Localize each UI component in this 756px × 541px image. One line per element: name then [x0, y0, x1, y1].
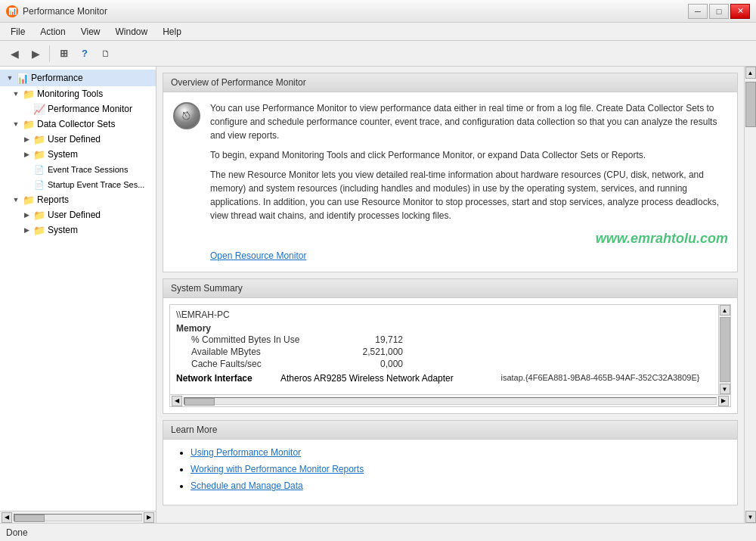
expand-rsys-icon: ▶	[21, 225, 32, 235]
data-collector-sets-label: Data Collector Sets	[37, 119, 115, 129]
ss-row-1: Available MBytes 2,521,000	[176, 346, 715, 358]
reports-icon: 📁	[23, 194, 35, 206]
sidebar-hscroll-track[interactable]	[14, 514, 142, 521]
expand-monitoring-icon: ▼	[11, 89, 21, 99]
ss-inner: ▲ ▼ \\EMRAH-PC Memory % Committed Bytes …	[169, 304, 731, 395]
ss-hscroll-left[interactable]: ◀	[172, 396, 182, 406]
titlebar-controls: ─ □ ✕	[688, 4, 750, 19]
reports-sys-icon: 📁	[33, 224, 45, 236]
main-area: ▼ 📊 Performance ▼ 📁 Monitoring Tools ▶ 📈…	[0, 67, 756, 523]
menu-help[interactable]: Help	[155, 25, 189, 39]
restore-button[interactable]: □	[709, 4, 729, 19]
ss-network-row: Network Interface Atheros AR9285 Wireles…	[176, 373, 715, 384]
show-hide-console-button[interactable]: ⊞	[54, 44, 73, 64]
expand-dcs-icon: ▼	[11, 119, 21, 129]
statusbar: Done	[0, 523, 756, 541]
ss-value-2: 0,000	[327, 359, 403, 369]
app-icon: 📊	[6, 5, 18, 17]
monitoring-tools-label: Monitoring Tools	[37, 89, 103, 99]
help-button[interactable]: ?	[75, 44, 94, 64]
sidebar-item-event-trace-sessions[interactable]: ▶ 📄 Event Trace Sessions	[0, 162, 156, 177]
list-item-2: Schedule and Manage Data	[191, 480, 725, 491]
reports-sys-label: System	[48, 225, 78, 235]
ss-value-1: 2,521,000	[327, 347, 403, 357]
properties-button[interactable]: 🗋	[96, 44, 116, 64]
ss-net-adapter2: isatap.{4F6EA881-9BA8-465B-94AF-352C32A3…	[501, 373, 716, 384]
menubar: File Action View Window Help	[0, 23, 756, 41]
event-trace-label: Event Trace Sessions	[48, 165, 128, 174]
sidebar: ▼ 📊 Performance ▼ 📁 Monitoring Tools ▶ 📈…	[0, 67, 156, 511]
monitoring-tools-icon: 📁	[23, 88, 35, 100]
content-vscroll-thumb[interactable]	[745, 82, 756, 127]
ss-hostname: \\EMRAH-PC	[176, 309, 715, 320]
user-defined-icon: 📁	[33, 133, 45, 145]
ss-hscroll-right[interactable]: ▶	[718, 396, 729, 406]
sidebar-item-data-collector-sets[interactable]: ▼ 📁 Data Collector Sets	[0, 117, 156, 132]
overview-para1: You can use Performance Monitor to view …	[210, 101, 728, 142]
sidebar-item-reports-user-defined[interactable]: ▶ 📁 User Defined	[0, 207, 156, 222]
learn-more-list: Using Performance Monitor Working with P…	[175, 447, 725, 491]
content-vscroll-down[interactable]: ▼	[745, 511, 756, 523]
back-button[interactable]: ◀	[5, 44, 24, 64]
ss-label-0: % Committed Bytes In Use	[176, 334, 327, 345]
overview-para3: The new Resource Monitor lets you view d…	[210, 168, 728, 222]
ss-scroll-thumb[interactable]	[720, 317, 730, 382]
ss-vscroll: ▲ ▼	[718, 305, 730, 394]
sidebar-item-monitoring-tools[interactable]: ▼ 📁 Monitoring Tools	[0, 86, 156, 101]
sidebar-item-reports-system[interactable]: ▶ 📁 System	[0, 222, 156, 238]
performance-monitor-icon: 📈	[33, 103, 45, 115]
ss-label-1: Available MBytes	[176, 347, 327, 357]
menu-window[interactable]: Window	[108, 25, 156, 39]
sidebar-item-user-defined[interactable]: ▶ 📁 User Defined	[0, 132, 156, 147]
menu-file[interactable]: File	[3, 25, 33, 39]
ss-content: \\EMRAH-PC Memory % Committed Bytes In U…	[170, 305, 730, 388]
ss-scroll-up[interactable]: ▲	[720, 305, 730, 316]
learn-link-2[interactable]: Schedule and Manage Data	[191, 480, 303, 491]
menu-action[interactable]: Action	[33, 25, 73, 39]
menu-view[interactable]: View	[73, 25, 108, 39]
reports-ud-label: User Defined	[48, 210, 101, 220]
content-area: Overview of Performance Monitor ⏱ You ca…	[156, 67, 744, 523]
open-resource-monitor-link[interactable]: Open Resource Monitor	[210, 250, 306, 261]
sidebar-hscroll-left[interactable]: ◀	[2, 512, 12, 523]
forward-button[interactable]: ▶	[26, 44, 45, 64]
learn-link-0[interactable]: Using Performance Monitor	[191, 447, 301, 458]
expand-reports-icon: ▼	[11, 194, 21, 205]
sidebar-hscroll: ◀ ▶	[0, 511, 156, 523]
ss-memory-title: Memory	[176, 323, 715, 334]
sidebar-hscroll-right[interactable]: ▶	[144, 512, 154, 523]
performance-monitor-label: Performance Monitor	[48, 104, 132, 114]
sidebar-item-performance-monitor[interactable]: ▶ 📈 Performance Monitor	[0, 101, 156, 117]
expand-rud-icon: ▶	[21, 210, 32, 220]
system-label: System	[48, 149, 78, 160]
window-title: Performance Monitor	[23, 6, 107, 17]
learn-link-1[interactable]: Working with Performance Monitor Reports	[191, 464, 364, 474]
startup-trace-label: Startup Event Trace Ses...	[48, 180, 144, 189]
titlebar: 📊 Performance Monitor ─ □ ✕	[0, 0, 756, 23]
overview-body: ⏱ You can use Performance Monitor to vie…	[163, 92, 737, 272]
sidebar-item-reports[interactable]: ▼ 📁 Reports	[0, 192, 156, 207]
data-collector-sets-icon: 📁	[23, 118, 35, 130]
learn-more-body: Using Performance Monitor Working with P…	[163, 440, 737, 505]
sidebar-item-system[interactable]: ▶ 📁 System	[0, 147, 156, 162]
ss-scroll-down[interactable]: ▼	[720, 384, 730, 394]
list-item-0: Using Performance Monitor	[191, 447, 725, 458]
ss-row-2: Cache Faults/sec 0,000	[176, 358, 715, 370]
sidebar-hscroll-thumb[interactable]	[14, 515, 45, 522]
system-summary-panel: System Summary ▲ ▼ \\EMRAH-PC Memory %	[163, 278, 738, 414]
expand-sys-icon: ▶	[21, 149, 32, 160]
watermark: www.emrahtolu.com	[210, 229, 728, 249]
content-vscroll-up[interactable]: ▲	[745, 67, 756, 79]
ss-hscroll-track[interactable]	[184, 397, 717, 405]
close-button[interactable]: ✕	[730, 4, 750, 19]
overview-panel-header: Overview of Performance Monitor	[163, 73, 737, 92]
ss-hscroll-thumb[interactable]	[184, 398, 215, 406]
sidebar-root-performance[interactable]: ▼ 📊 Performance	[0, 70, 156, 86]
reports-label: Reports	[37, 194, 69, 205]
toolbar-separator-1	[49, 45, 50, 62]
minimize-button[interactable]: ─	[688, 4, 708, 19]
ss-net-label: Network Interface	[176, 373, 274, 384]
sidebar-item-startup-event-trace[interactable]: ▶ 📄 Startup Event Trace Ses...	[0, 177, 156, 192]
toolbar: ◀ ▶ ⊞ ? 🗋	[0, 41, 756, 67]
expand-ud-icon: ▶	[21, 134, 32, 145]
